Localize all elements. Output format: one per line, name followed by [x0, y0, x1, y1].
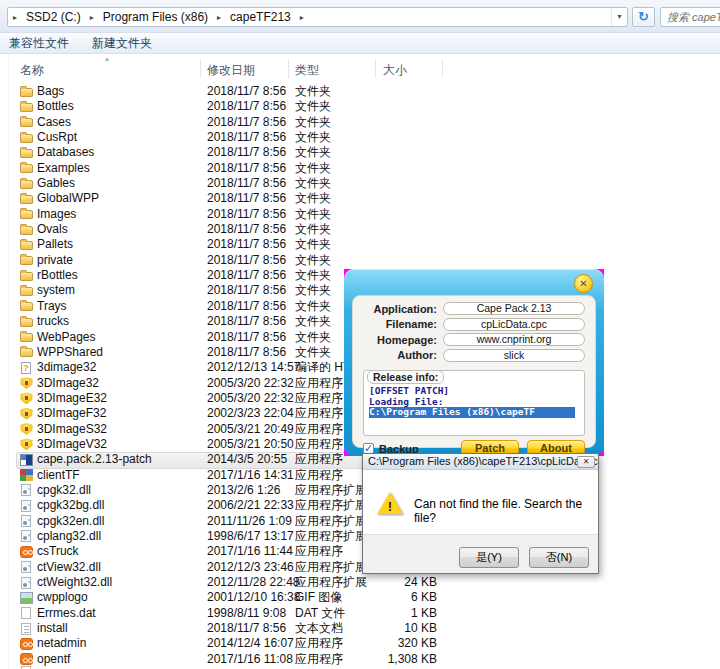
warning-icon: !: [377, 492, 404, 515]
dll-icon: [21, 515, 31, 527]
folder-icon: [20, 88, 33, 97]
breadcrumb-drive[interactable]: SSD2 (C:): [22, 10, 85, 24]
file-type: 文件夹: [295, 131, 331, 144]
file-row[interactable]: install 2018/11/7 8:56 文本文档 10 KB: [0, 621, 720, 636]
search-input[interactable]: 搜索 capeTF213: [660, 7, 720, 27]
column-divider[interactable]: [200, 59, 201, 78]
release-line: Loading File:: [369, 397, 579, 408]
file-date: 2018/11/7 8:56: [207, 315, 286, 328]
file-row[interactable]: cwpplogo 2001/12/10 16:38 GIF 图像 6 KB: [0, 590, 720, 605]
file-row[interactable]: Examples 2018/11/7 8:56 文件夹: [0, 161, 720, 176]
file-name: netadmin: [37, 637, 86, 650]
shield-icon: [20, 392, 33, 404]
new-folder-button[interactable]: 新建文件夹: [83, 33, 166, 54]
file-row[interactable]: opentf 2017/1/16 11:08 应用程序 1,308 KB: [0, 652, 720, 667]
error-dialog-body: ! Can not find the file. Search the file…: [363, 470, 598, 534]
file-row[interactable]: Pallets 2018/11/7 8:56 文件夹: [0, 237, 720, 252]
column-divider[interactable]: [442, 59, 443, 78]
error-dialog-title: C:\Program Files (x86)\capeTF213\cpLicDa…: [363, 454, 598, 470]
file-size: 6 KB: [375, 591, 437, 604]
folder-icon: [20, 333, 33, 342]
file-type: 应用程序扩展: [295, 499, 367, 512]
file-type: 文件夹: [295, 223, 331, 236]
breadcrumb[interactable]: ▸ SSD2 (C:) ▸ Program Files (x86) ▸ cape…: [7, 7, 628, 27]
release-info-box[interactable]: Release info: [OFFSET PATCH] Loading Fil…: [363, 370, 585, 436]
folder-icon: [20, 272, 33, 281]
file-date: 2017/1/16 14:31: [207, 469, 294, 482]
file-row[interactable]: csTruck 2017/1/16 11:44 应用程序: [0, 544, 720, 559]
file-name: opentf: [37, 653, 70, 666]
file-row[interactable]: private 2018/11/7 8:56 文件夹: [0, 253, 720, 268]
file-row[interactable]: Cases 2018/11/7 8:56 文件夹: [0, 115, 720, 130]
no-button[interactable]: 否(N): [529, 547, 589, 568]
column-header-name[interactable]: 名称: [20, 61, 44, 79]
file-name: Bags: [37, 85, 64, 98]
file-row[interactable]: cpgk32en.dll 2011/11/26 1:09 应用程序扩展: [0, 514, 720, 529]
column-header-date[interactable]: 修改日期: [207, 61, 255, 79]
breadcrumb-program-files[interactable]: Program Files (x86): [99, 10, 212, 24]
close-icon[interactable]: ✕: [577, 456, 595, 468]
file-date: 2013/2/6 1:26: [207, 484, 280, 497]
file-row[interactable]: cplang32.dll 1998/6/17 13:17 应用程序扩展: [0, 529, 720, 544]
chevron-right-icon[interactable]: ▸: [8, 13, 22, 22]
file-type: 文件夹: [295, 254, 331, 267]
file-row[interactable]: Bottles 2018/11/7 8:56 文件夹: [0, 99, 720, 114]
file-row[interactable]: Ovals 2018/11/7 8:56 文件夹: [0, 222, 720, 237]
file-row[interactable]: GlobalWPP 2018/11/7 8:56 文件夹: [0, 191, 720, 206]
file-name: Pallets: [37, 238, 73, 251]
chevron-right-icon[interactable]: ▸: [295, 13, 309, 22]
chevron-right-icon[interactable]: ▸: [85, 13, 99, 22]
refresh-button[interactable]: ↻: [632, 7, 655, 27]
file-row[interactable]: cpgk32bg.dll 2006/2/21 22:33 应用程序扩展: [0, 498, 720, 513]
file-type: 应用程序: [295, 469, 343, 482]
column-divider[interactable]: [288, 59, 289, 78]
file-size: 1,308 KB: [375, 653, 437, 666]
file-name: GlobalWPP: [37, 192, 99, 205]
file-size: 1 KB: [375, 607, 437, 620]
chevron-right-icon[interactable]: ▸: [212, 13, 226, 22]
file-date: 2018/11/7 8:56: [207, 131, 286, 144]
file-row[interactable]: ctWeight32.dll 2012/11/28 22:48 应用程序扩展 2…: [0, 575, 720, 590]
file-row[interactable]: Errmes.dat 1998/8/11 9:08 DAT 文件 1 KB: [0, 606, 720, 621]
file-date: 2001/12/10 16:38: [207, 591, 300, 604]
file-name: WebPages: [37, 331, 95, 344]
close-icon[interactable]: ✕: [574, 274, 593, 293]
address-dropdown-icon[interactable]: ▼: [611, 8, 627, 26]
file-name: cape.pack.2.13-patch: [37, 453, 152, 466]
yes-button[interactable]: 是(Y): [459, 547, 519, 568]
file-row[interactable]: Images 2018/11/7 8:56 文件夹: [0, 207, 720, 222]
folder-icon: [20, 287, 33, 296]
folder-icon: [20, 348, 33, 357]
file-date: 2006/2/21 22:33: [207, 499, 294, 512]
file-row[interactable]: CusRpt 2018/11/7 8:56 文件夹: [0, 130, 720, 145]
file-type: 应用程序: [295, 637, 343, 650]
compatibility-files-button[interactable]: 兼容性文件: [0, 33, 83, 54]
file-name: Gables: [37, 177, 75, 190]
file-row[interactable]: ctView32.dll 2012/12/3 23:46 应用程序扩展: [0, 560, 720, 575]
filename-field[interactable]: cpLicData.cpc: [443, 318, 585, 331]
file-row[interactable]: cpgk32.dll 2013/2/6 1:26 应用程序扩展: [0, 483, 720, 498]
column-header-type[interactable]: 类型: [295, 61, 319, 79]
dat-icon: [21, 607, 31, 619]
column-header-size[interactable]: 大小: [383, 61, 407, 79]
homepage-field[interactable]: www.cnprint.org: [443, 333, 585, 346]
breadcrumb-capetf213[interactable]: capeTF213: [226, 10, 295, 24]
file-type: 应用程序: [295, 453, 343, 466]
file-row[interactable]: Databases 2018/11/7 8:56 文件夹: [0, 145, 720, 160]
shield-icon: [20, 438, 33, 450]
explorer-window: ▸ SSD2 (C:) ▸ Program Files (x86) ▸ cape…: [0, 0, 720, 669]
file-row[interactable]: Gables 2018/11/7 8:56 文件夹: [0, 176, 720, 191]
file-row[interactable]: Bags 2018/11/7 8:56 文件夹: [0, 84, 720, 99]
application-field[interactable]: Cape Pack 2.13: [443, 302, 585, 315]
file-row[interactable]: netadmin 2014/12/4 16:07 应用程序 320 KB: [0, 636, 720, 651]
cape-icon: [20, 546, 33, 558]
file-type: 应用程序扩展: [295, 515, 367, 528]
column-headers: ▲ 名称 修改日期 类型 大小: [8, 56, 720, 80]
client-icon: [20, 469, 33, 481]
column-divider[interactable]: [375, 59, 376, 78]
release-line-selected: C:\Program Files (x86)\capeTF: [369, 407, 575, 418]
file-name: Images: [37, 208, 76, 221]
file-row[interactable]: clientTF 2017/1/16 14:31 应用程序: [0, 468, 720, 483]
author-field[interactable]: slick: [443, 349, 585, 362]
file-name: CusRpt: [37, 131, 77, 144]
